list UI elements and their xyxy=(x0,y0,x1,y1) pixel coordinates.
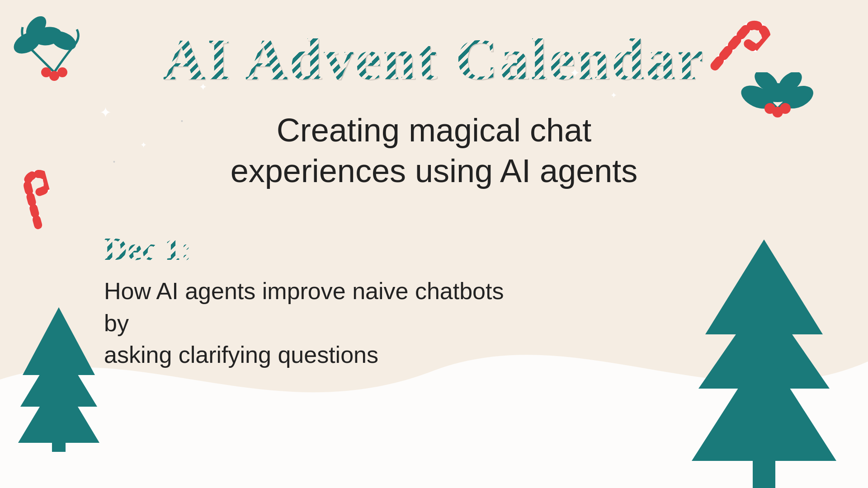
holly-top-left-decoration xyxy=(14,14,95,86)
svg-rect-19 xyxy=(753,461,775,488)
page-title: AI Advent Calendar xyxy=(163,27,705,92)
dec-title: Dec 1: xyxy=(104,230,511,268)
holly-top-right-decoration xyxy=(732,72,823,145)
svg-marker-18 xyxy=(18,375,99,443)
dec-description: How AI agents improve naive chatbots bya… xyxy=(104,275,511,371)
svg-point-5 xyxy=(41,67,51,77)
svg-point-14 xyxy=(780,103,791,114)
tree-left xyxy=(14,307,104,452)
subtitle: Creating magical chatexperiences using A… xyxy=(231,110,638,191)
sparkle-2: ✦ xyxy=(140,140,147,150)
sparkle-dot-1: • xyxy=(181,117,183,125)
sparkle-dot-2: • xyxy=(113,158,115,165)
svg-point-13 xyxy=(764,103,775,114)
tree-right xyxy=(687,235,841,488)
dec-section: Dec 1: How AI agents improve naive chatb… xyxy=(104,230,511,371)
svg-marker-22 xyxy=(692,348,836,461)
sparkle-5: ✦ xyxy=(610,90,617,100)
svg-point-6 xyxy=(57,67,67,77)
sparkle-1: ✦ xyxy=(99,104,112,121)
